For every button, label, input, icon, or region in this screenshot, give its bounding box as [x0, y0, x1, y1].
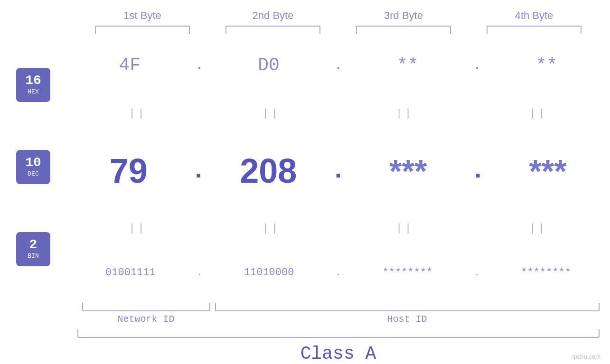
- hex-b1: 4F: [77, 55, 182, 75]
- network-bracket: [82, 303, 210, 311]
- sep1-b4: ||: [486, 108, 591, 120]
- network-id-label: Network ID: [77, 314, 215, 325]
- rows-area: 4F . D0 . ** . ** || || || ||: [66, 39, 610, 295]
- full-bracket: [77, 329, 600, 338]
- dec-badge: 10 DEC: [16, 150, 50, 184]
- dec-dot1: .: [191, 157, 206, 185]
- dec-badge-num: 10: [25, 156, 41, 169]
- sep1-b3: ||: [353, 108, 457, 120]
- byte2-header: 2nd Byte: [221, 9, 325, 22]
- dec-b1: 79: [76, 151, 181, 190]
- bin-row: 01001111 . 11010000 . ******** . *******…: [71, 267, 605, 279]
- bin-badge-label: BIN: [28, 252, 38, 260]
- sep2-b2: ||: [219, 223, 324, 234]
- sep-row-2: || || || ||: [71, 223, 605, 234]
- sep-row-1: || || || ||: [71, 108, 605, 120]
- top-brackets: [77, 26, 600, 34]
- bin-dot1: .: [197, 267, 203, 278]
- host-bracket: [215, 303, 600, 311]
- bin-dot2: .: [335, 267, 341, 278]
- bracket-byte2: [225, 26, 320, 34]
- sep2-b4: ||: [486, 223, 591, 234]
- dec-row: 79 . 208 . *** . ***: [71, 151, 605, 190]
- bracket-byte4: [487, 26, 582, 34]
- bin-badge-num: 2: [29, 238, 38, 252]
- dec-b2: 208: [216, 151, 320, 190]
- badges-column: 16 HEX 10 DEC 2 BIN: [0, 39, 66, 295]
- dec-b4: ***: [496, 152, 600, 189]
- id-labels-row: Network ID Host ID: [77, 314, 600, 325]
- bin-b4: ********: [494, 267, 598, 279]
- host-id-label: Host ID: [215, 314, 600, 325]
- main-container: 1st Byte 2nd Byte 3rd Byte 4th Byte 16 H…: [0, 0, 610, 364]
- hex-dot3: .: [473, 56, 482, 74]
- main-content: 16 HEX 10 DEC 2 BIN 4F . D0: [0, 39, 610, 295]
- bin-badge: 2 BIN: [16, 232, 50, 266]
- bracket-byte1: [95, 26, 190, 34]
- hex-b4: **: [495, 55, 599, 75]
- sep2-b3: ||: [353, 223, 457, 234]
- bottom-brackets: [77, 297, 600, 311]
- sep1-b1: ||: [86, 108, 190, 120]
- bin-b2: 11010000: [217, 267, 321, 279]
- byte4-header: 4th Byte: [482, 9, 586, 22]
- hex-row: 4F . D0 . ** . **: [71, 55, 605, 75]
- byte1-header: 1st Byte: [90, 9, 195, 22]
- hex-b3: **: [356, 55, 460, 75]
- sep2-b1: ||: [86, 223, 190, 234]
- watermark: ipshu.com: [572, 353, 601, 360]
- bin-dot3: .: [474, 267, 479, 278]
- class-label: Class A: [77, 344, 600, 364]
- hex-b2: D0: [216, 55, 321, 75]
- dec-dot3: .: [470, 157, 485, 185]
- hex-badge: 16 HEX: [16, 68, 50, 102]
- hex-badge-num: 16: [25, 74, 41, 87]
- hex-badge-label: HEX: [28, 88, 38, 95]
- hex-dot1: .: [195, 56, 204, 74]
- hex-dot2: .: [334, 56, 343, 74]
- full-bracket-row: [77, 329, 600, 338]
- bin-b1: 01001111: [78, 267, 183, 279]
- sep1-b2: ||: [219, 108, 324, 120]
- byte3-header: 3rd Byte: [351, 9, 456, 22]
- bin-b3: ********: [355, 267, 460, 279]
- dec-badge-label: DEC: [28, 170, 38, 177]
- dec-dot2: .: [331, 157, 346, 185]
- byte-headers: 1st Byte 2nd Byte 3rd Byte 4th Byte: [77, 9, 600, 22]
- bracket-byte3: [356, 26, 451, 34]
- dec-b3: ***: [356, 152, 460, 189]
